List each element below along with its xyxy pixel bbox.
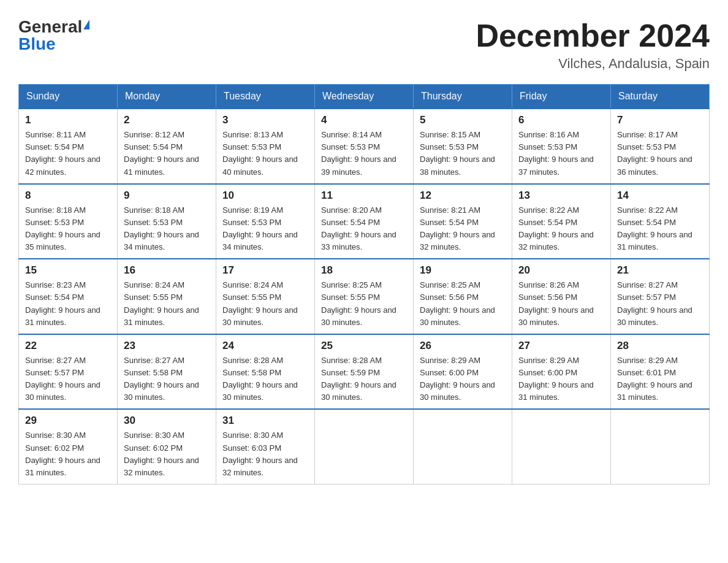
day-number: 28 (617, 340, 703, 352)
title-area: December 2024 Vilches, Andalusia, Spain (476, 18, 710, 72)
day-number: 1 (25, 114, 111, 126)
day-number: 23 (124, 340, 210, 352)
day-number: 11 (321, 190, 407, 202)
day-info: Sunrise: 8:26 AMSunset: 5:56 PMDaylight:… (518, 280, 594, 326)
day-number: 25 (321, 340, 407, 352)
logo-general-text: General (18, 18, 82, 36)
day-info: Sunrise: 8:27 AMSunset: 5:57 PMDaylight:… (617, 280, 692, 326)
calendar-day-header: Thursday (414, 85, 512, 109)
day-number: 2 (124, 114, 210, 126)
calendar-day-header: Monday (118, 85, 216, 109)
calendar-day-cell: 18 Sunrise: 8:25 AMSunset: 5:55 PMDaylig… (315, 259, 414, 334)
day-info: Sunrise: 8:29 AMSunset: 6:00 PMDaylight:… (518, 356, 594, 402)
day-info: Sunrise: 8:15 AMSunset: 5:53 PMDaylight:… (420, 130, 495, 176)
day-info: Sunrise: 8:18 AMSunset: 5:53 PMDaylight:… (124, 205, 199, 251)
day-number: 20 (518, 264, 604, 277)
calendar-day-cell: 27 Sunrise: 8:29 AMSunset: 6:00 PMDaylig… (512, 334, 611, 410)
calendar-day-cell: 22 Sunrise: 8:27 AMSunset: 5:57 PMDaylig… (19, 334, 118, 410)
day-number: 29 (25, 415, 111, 427)
location-subtitle: Vilches, Andalusia, Spain (476, 56, 710, 72)
day-info: Sunrise: 8:25 AMSunset: 5:55 PMDaylight:… (321, 280, 396, 326)
calendar-day-cell: 28 Sunrise: 8:29 AMSunset: 6:01 PMDaylig… (611, 334, 710, 410)
calendar-day-cell: 19 Sunrise: 8:25 AMSunset: 5:56 PMDaylig… (414, 259, 512, 334)
month-title: December 2024 (476, 18, 710, 53)
calendar-day-header: Saturday (611, 85, 710, 109)
day-number: 10 (222, 190, 308, 202)
day-number: 21 (617, 264, 703, 277)
day-info: Sunrise: 8:29 AMSunset: 6:00 PMDaylight:… (420, 356, 495, 402)
day-number: 13 (518, 190, 604, 202)
calendar-day-cell: 26 Sunrise: 8:29 AMSunset: 6:00 PMDaylig… (414, 334, 512, 410)
calendar-day-cell: 14 Sunrise: 8:22 AMSunset: 5:54 PMDaylig… (611, 184, 710, 259)
day-number: 15 (25, 264, 111, 277)
day-info: Sunrise: 8:30 AMSunset: 6:03 PMDaylight:… (222, 431, 298, 477)
calendar-day-header: Tuesday (216, 85, 315, 109)
calendar-week-row: 29 Sunrise: 8:30 AMSunset: 6:02 PMDaylig… (19, 409, 710, 484)
calendar-day-cell: 10 Sunrise: 8:19 AMSunset: 5:53 PMDaylig… (216, 184, 315, 259)
day-info: Sunrise: 8:23 AMSunset: 5:54 PMDaylight:… (25, 280, 100, 326)
day-info: Sunrise: 8:28 AMSunset: 5:58 PMDaylight:… (222, 356, 298, 402)
day-number: 27 (518, 340, 604, 352)
day-number: 3 (222, 114, 308, 126)
calendar-week-row: 8 Sunrise: 8:18 AMSunset: 5:53 PMDayligh… (19, 184, 710, 259)
calendar-day-cell: 6 Sunrise: 8:16 AMSunset: 5:53 PMDayligh… (512, 109, 611, 184)
day-number: 5 (420, 114, 506, 126)
day-info: Sunrise: 8:20 AMSunset: 5:54 PMDaylight:… (321, 205, 396, 251)
calendar-day-cell: 5 Sunrise: 8:15 AMSunset: 5:53 PMDayligh… (414, 109, 512, 184)
calendar-day-cell: 24 Sunrise: 8:28 AMSunset: 5:58 PMDaylig… (216, 334, 315, 410)
day-number: 24 (222, 340, 308, 352)
day-info: Sunrise: 8:14 AMSunset: 5:53 PMDaylight:… (321, 130, 396, 176)
calendar-day-cell: 31 Sunrise: 8:30 AMSunset: 6:03 PMDaylig… (216, 409, 315, 484)
calendar-day-header: Wednesday (315, 85, 414, 109)
day-info: Sunrise: 8:30 AMSunset: 6:02 PMDaylight:… (124, 431, 199, 477)
calendar-day-cell: 7 Sunrise: 8:17 AMSunset: 5:53 PMDayligh… (611, 109, 710, 184)
calendar-day-header: Sunday (19, 85, 118, 109)
calendar-day-cell: 2 Sunrise: 8:12 AMSunset: 5:54 PMDayligh… (118, 109, 216, 184)
day-number: 7 (617, 114, 703, 126)
day-info: Sunrise: 8:21 AMSunset: 5:54 PMDaylight:… (420, 205, 495, 251)
calendar-table: SundayMondayTuesdayWednesdayThursdayFrid… (18, 84, 710, 484)
logo-triangle-icon (83, 20, 89, 29)
day-number: 22 (25, 340, 111, 352)
logo-blue-text: Blue (18, 36, 56, 53)
calendar-day-cell: 29 Sunrise: 8:30 AMSunset: 6:02 PMDaylig… (19, 409, 118, 484)
day-number: 26 (420, 340, 506, 352)
calendar-day-cell (611, 409, 710, 484)
calendar-day-cell: 8 Sunrise: 8:18 AMSunset: 5:53 PMDayligh… (19, 184, 118, 259)
page-header: General Blue December 2024 Vilches, Anda… (18, 18, 710, 72)
day-info: Sunrise: 8:12 AMSunset: 5:54 PMDaylight:… (124, 130, 199, 176)
day-info: Sunrise: 8:29 AMSunset: 6:01 PMDaylight:… (617, 356, 692, 402)
calendar-day-cell: 13 Sunrise: 8:22 AMSunset: 5:54 PMDaylig… (512, 184, 611, 259)
calendar-week-row: 1 Sunrise: 8:11 AMSunset: 5:54 PMDayligh… (19, 109, 710, 184)
calendar-day-cell: 11 Sunrise: 8:20 AMSunset: 5:54 PMDaylig… (315, 184, 414, 259)
day-info: Sunrise: 8:19 AMSunset: 5:53 PMDaylight:… (222, 205, 298, 251)
day-number: 16 (124, 264, 210, 277)
day-info: Sunrise: 8:17 AMSunset: 5:53 PMDaylight:… (617, 130, 692, 176)
calendar-day-cell: 4 Sunrise: 8:14 AMSunset: 5:53 PMDayligh… (315, 109, 414, 184)
calendar-header-row: SundayMondayTuesdayWednesdayThursdayFrid… (19, 85, 710, 109)
day-info: Sunrise: 8:22 AMSunset: 5:54 PMDaylight:… (617, 205, 692, 251)
day-number: 14 (617, 190, 703, 202)
day-info: Sunrise: 8:16 AMSunset: 5:53 PMDaylight:… (518, 130, 594, 176)
calendar-day-cell: 3 Sunrise: 8:13 AMSunset: 5:53 PMDayligh… (216, 109, 315, 184)
day-info: Sunrise: 8:13 AMSunset: 5:53 PMDaylight:… (222, 130, 298, 176)
day-info: Sunrise: 8:28 AMSunset: 5:59 PMDaylight:… (321, 356, 396, 402)
day-number: 30 (124, 415, 210, 427)
day-number: 9 (124, 190, 210, 202)
calendar-day-cell (414, 409, 512, 484)
day-number: 12 (420, 190, 506, 202)
day-number: 8 (25, 190, 111, 202)
calendar-day-cell: 20 Sunrise: 8:26 AMSunset: 5:56 PMDaylig… (512, 259, 611, 334)
day-info: Sunrise: 8:24 AMSunset: 5:55 PMDaylight:… (124, 280, 199, 326)
day-number: 18 (321, 264, 407, 277)
day-number: 31 (222, 415, 308, 427)
calendar-day-cell: 9 Sunrise: 8:18 AMSunset: 5:53 PMDayligh… (118, 184, 216, 259)
day-info: Sunrise: 8:22 AMSunset: 5:54 PMDaylight:… (518, 205, 594, 251)
day-number: 4 (321, 114, 407, 126)
day-info: Sunrise: 8:18 AMSunset: 5:53 PMDaylight:… (25, 205, 100, 251)
calendar-day-cell: 21 Sunrise: 8:27 AMSunset: 5:57 PMDaylig… (611, 259, 710, 334)
calendar-day-cell (315, 409, 414, 484)
calendar-day-cell: 23 Sunrise: 8:27 AMSunset: 5:58 PMDaylig… (118, 334, 216, 410)
day-info: Sunrise: 8:24 AMSunset: 5:55 PMDaylight:… (222, 280, 298, 326)
calendar-day-cell: 1 Sunrise: 8:11 AMSunset: 5:54 PMDayligh… (19, 109, 118, 184)
